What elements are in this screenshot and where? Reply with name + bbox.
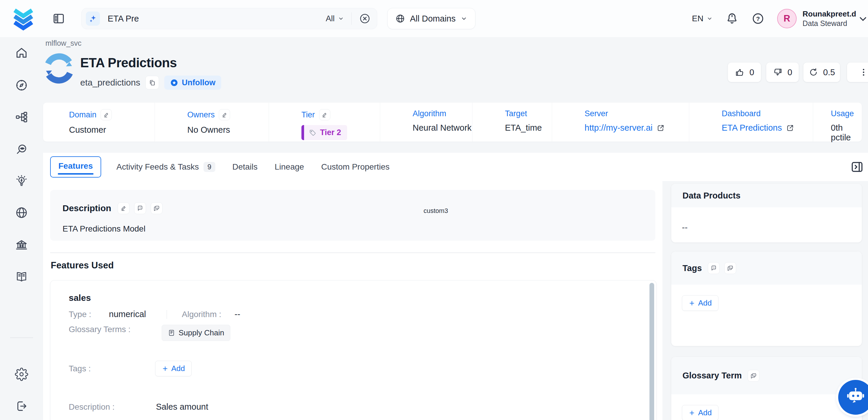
description-conversations-icon[interactable] bbox=[151, 202, 162, 214]
sidebar-divider bbox=[10, 337, 33, 338]
metadata-usage: Usage 0th pctile bbox=[813, 102, 862, 143]
upvote-button[interactable]: 0 bbox=[728, 63, 761, 82]
feature-glossary-row: Glossary Terms : Supply Chain bbox=[69, 325, 230, 341]
chevron-down-icon bbox=[338, 16, 344, 22]
plus-icon bbox=[689, 410, 695, 416]
domain-value[interactable]: Customer bbox=[69, 125, 155, 135]
more-actions-button[interactable] bbox=[847, 63, 868, 82]
feature-description-row: Description : Sales amount bbox=[69, 402, 208, 412]
ai-sparkle-icon[interactable] bbox=[86, 11, 100, 26]
sidebar-home-icon[interactable] bbox=[15, 46, 28, 60]
entity-tabs: Features Activity Feeds & Tasks 9 Detail… bbox=[43, 153, 868, 181]
tab-custom-properties[interactable]: Custom Properties bbox=[321, 162, 390, 172]
clear-search-icon[interactable] bbox=[359, 12, 371, 25]
description-title: Description bbox=[63, 203, 111, 213]
sidebar-domains-icon[interactable] bbox=[15, 206, 28, 219]
version-history-button[interactable]: 0.5 bbox=[803, 63, 840, 82]
downvote-count: 0 bbox=[787, 67, 792, 77]
page-title: ETA Predictions bbox=[80, 55, 177, 70]
sidebar-explore-icon[interactable] bbox=[15, 79, 28, 92]
sidebar-observability-icon[interactable] bbox=[15, 143, 28, 156]
collapse-right-panel-icon[interactable] bbox=[850, 160, 864, 174]
feature-description-label: Description : bbox=[69, 402, 115, 412]
dashboard-label: Dashboard bbox=[722, 109, 761, 118]
target-label: Target bbox=[505, 109, 527, 118]
user-menu[interactable]: R Rounakpreet.d Data Steward bbox=[777, 9, 856, 28]
top-header: All All Domains EN ? bbox=[0, 0, 868, 37]
tags-title: Tags bbox=[682, 263, 702, 273]
user-info: Rounakpreet.d Data Steward bbox=[803, 9, 856, 28]
chevron-down-icon bbox=[706, 16, 713, 22]
metadata-target: Target ETA_time bbox=[472, 102, 552, 143]
entity-subtitle-row: eta_predictions Unfollow bbox=[80, 76, 221, 90]
add-glossary-term-button[interactable]: Add bbox=[682, 405, 718, 420]
user-menu-chevron-icon[interactable] bbox=[857, 13, 868, 25]
glossary-chip-label: Supply Chain bbox=[179, 328, 224, 337]
tab-features[interactable]: Features bbox=[50, 156, 101, 178]
search-scope-label: All bbox=[326, 14, 335, 23]
global-search-bar[interactable]: All bbox=[82, 8, 377, 29]
sidebar-logout-icon[interactable] bbox=[15, 399, 28, 413]
row-divider bbox=[167, 310, 167, 319]
server-link[interactable]: http://my-server.ai bbox=[585, 123, 652, 133]
add-feature-tag-button[interactable]: Add bbox=[155, 361, 192, 376]
request-tags-icon[interactable]: ? bbox=[708, 262, 720, 274]
tier-badge[interactable]: Tier 2 bbox=[302, 125, 347, 140]
glossary-book-icon bbox=[168, 329, 175, 336]
dashboard-link[interactable]: ETA Predictions bbox=[722, 123, 782, 133]
svg-text:?: ? bbox=[140, 206, 141, 209]
glossary-conversations-icon[interactable] bbox=[748, 370, 760, 382]
description-section: Description ? custom3 ETA Predictions Mo… bbox=[50, 190, 655, 241]
feature-description-value: Sales amount bbox=[156, 402, 208, 412]
sidebar-govern-icon[interactable] bbox=[15, 238, 28, 252]
edit-tier-button[interactable] bbox=[319, 109, 330, 120]
glossary-term-header: Glossary Term bbox=[671, 357, 862, 394]
notifications-bell-icon[interactable] bbox=[725, 12, 739, 25]
tags-conversations-icon[interactable] bbox=[724, 262, 736, 274]
add-tag-button[interactable]: Add bbox=[682, 295, 718, 311]
features-used-title: Features Used bbox=[51, 260, 114, 271]
feature-list-scrollbar[interactable] bbox=[649, 283, 654, 420]
tags-header: Tags ? bbox=[671, 251, 862, 284]
glossary-term-chip[interactable]: Supply Chain bbox=[162, 325, 230, 341]
unfollow-button[interactable]: Unfollow bbox=[164, 76, 221, 90]
domain-filter-dropdown[interactable]: All Domains bbox=[387, 8, 475, 29]
help-icon[interactable]: ? bbox=[751, 12, 765, 25]
sidebar-settings-icon[interactable] bbox=[15, 367, 28, 381]
plus-icon bbox=[162, 365, 168, 372]
sidebar-toggle-icon[interactable] bbox=[52, 12, 65, 25]
sidebar-insights-icon[interactable] bbox=[15, 175, 28, 188]
tab-activity-feeds[interactable]: Activity Feeds & Tasks 9 bbox=[117, 162, 215, 172]
edit-domain-button[interactable] bbox=[100, 109, 112, 120]
metadata-server: Server http://my-server.ai bbox=[552, 102, 689, 143]
collate-logo[interactable] bbox=[11, 6, 35, 31]
tab-details[interactable]: Details bbox=[232, 162, 258, 172]
avatar[interactable]: R bbox=[777, 9, 797, 28]
copy-name-button[interactable] bbox=[146, 76, 159, 89]
left-sidebar bbox=[0, 37, 43, 420]
sidebar-glossary-icon[interactable] bbox=[15, 270, 28, 284]
metadata-owners: Owners No Owners bbox=[155, 102, 269, 143]
tags-card: Tags ? Add bbox=[671, 251, 862, 346]
tab-features-label: Features bbox=[58, 161, 93, 171]
search-scope-dropdown[interactable]: All bbox=[326, 14, 344, 23]
header-right-group: EN ? R Rounakpreet.d Data Steward bbox=[692, 9, 868, 28]
tab-custom-properties-label: Custom Properties bbox=[321, 162, 390, 172]
edit-owners-button[interactable] bbox=[219, 109, 230, 120]
downvote-button[interactable]: 0 bbox=[766, 63, 799, 82]
request-description-icon[interactable]: ? bbox=[134, 202, 146, 214]
server-label: Server bbox=[585, 109, 608, 118]
language-selector[interactable]: EN bbox=[692, 14, 713, 23]
entity-metadata-card: Domain Customer Owners No Owners Tier Ti… bbox=[43, 102, 862, 142]
type-value: numerical bbox=[109, 309, 146, 319]
external-link-icon bbox=[786, 124, 794, 132]
mlmodel-entity-logo bbox=[44, 53, 74, 84]
version-number: 0.5 bbox=[823, 67, 835, 77]
edit-description-button[interactable] bbox=[118, 202, 129, 214]
search-input[interactable] bbox=[107, 14, 326, 24]
globe-icon bbox=[395, 13, 405, 24]
language-label: EN bbox=[692, 14, 704, 23]
tab-lineage[interactable]: Lineage bbox=[275, 162, 304, 172]
breadcrumb[interactable]: mlflow_svc bbox=[45, 39, 82, 48]
sidebar-data-assets-icon[interactable] bbox=[15, 110, 28, 124]
